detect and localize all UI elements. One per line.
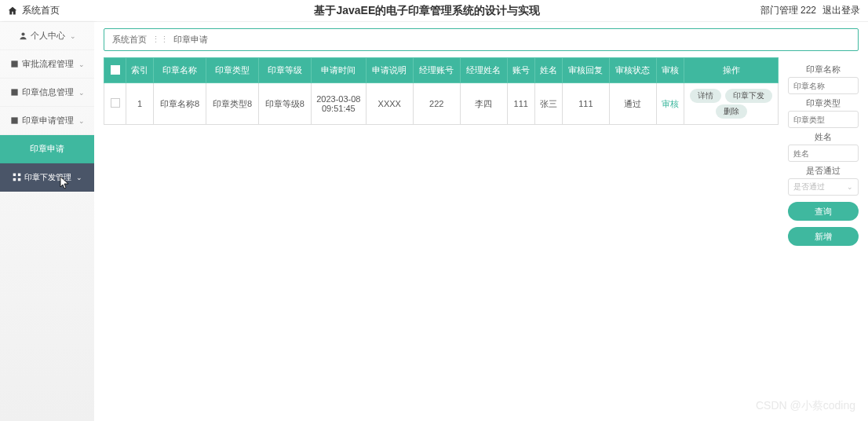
cell-apply-time: 2023-03-08 09:51:45 [311, 83, 366, 125]
svg-rect-4 [13, 174, 15, 176]
col-audit-status: 审核状态 [609, 58, 656, 83]
col-mgr-account: 经理账号 [413, 58, 460, 83]
mouse-cursor [60, 176, 71, 190]
col-checkbox [104, 58, 126, 83]
home-icon [8, 6, 17, 16]
svg-rect-1 [11, 60, 17, 67]
col-seal-level: 印章等级 [258, 58, 311, 83]
col-audit-reply: 审核回复 [562, 58, 609, 83]
detail-button[interactable]: 详情 [690, 89, 721, 103]
cell-name: 张三 [534, 83, 562, 125]
col-ops: 操作 [684, 58, 779, 83]
svg-rect-6 [13, 178, 15, 181]
table-row: 1 印章名称8 印章类型8 印章等级8 2023-03-08 09:51:45 … [104, 83, 779, 125]
chevron-down-icon: ⌄ [847, 183, 853, 191]
cell-seal-level: 印章等级8 [258, 83, 311, 125]
filter-name-input[interactable] [788, 145, 859, 162]
cell-seal-type: 印章类型8 [206, 83, 258, 125]
breadcrumb: 系统首页 ⋮⋮ 印章申请 [104, 28, 859, 51]
svg-rect-5 [17, 174, 20, 176]
svg-rect-2 [11, 89, 17, 95]
data-table-area: 索引 印章名称 印章类型 印章等级 申请时间 申请说明 经理账号 经理姓名 账号… [104, 57, 779, 421]
filter-pass-select[interactable]: 是否通过 ⌄ [788, 178, 859, 196]
page-title: 基于JavaEE的电子印章管理系统的设计与实现 [94, 4, 760, 18]
col-seal-name: 印章名称 [154, 58, 206, 83]
chevron-down-icon: ⌄ [78, 117, 85, 125]
sidebar-item-approval[interactable]: 审批流程管理 ⌄ [0, 50, 94, 79]
col-apply-time: 申请时间 [311, 58, 366, 83]
col-name: 姓名 [534, 58, 562, 83]
breadcrumb-separator: ⋮⋮ [151, 35, 169, 45]
data-table: 索引 印章名称 印章类型 印章等级 申请时间 申请说明 经理账号 经理姓名 账号… [104, 57, 779, 125]
sidebar-item-seal-apply[interactable]: 印章申请管理 ⌄ [0, 107, 94, 135]
sidebar-sub-issue[interactable]: 印章下发管理 ⌄ [0, 163, 94, 192]
home-label: 系统首页 [22, 4, 60, 17]
watermark: CSDN @小蔡coding [756, 399, 855, 413]
chevron-down-icon: ⌄ [70, 32, 76, 40]
filter-seal-name-label: 印章名称 [788, 64, 859, 75]
sidebar: 个人中心 ⌄ 审批流程管理 ⌄ 印章信息管理 ⌄ 印章申请管理 ⌄ 印章申请 印… [0, 22, 94, 421]
cell-mgr-name: 李四 [460, 83, 507, 125]
checkbox-all[interactable] [111, 65, 120, 75]
logout-link[interactable]: 退出登录 [822, 4, 860, 17]
col-seal-type: 印章类型 [206, 58, 258, 83]
filter-seal-name-input[interactable] [788, 77, 859, 94]
svg-point-0 [21, 32, 24, 35]
sidebar-sub-apply[interactable]: 印章申请 [0, 135, 94, 163]
header-home[interactable]: 系统首页 [8, 4, 94, 17]
dept-info[interactable]: 部门管理 222 [760, 4, 816, 17]
filter-pass-label: 是否通过 [788, 165, 859, 177]
chevron-down-icon: ⌄ [78, 89, 85, 97]
add-button[interactable]: 新增 [788, 227, 859, 246]
chevron-down-icon: ⌄ [78, 60, 85, 68]
chevron-down-icon: ⌄ [76, 174, 82, 181]
cell-mgr-account: 222 [413, 83, 460, 125]
svg-rect-7 [17, 178, 20, 181]
col-mgr-name: 经理姓名 [460, 58, 507, 83]
cell-account: 111 [507, 83, 534, 125]
col-audit: 审核 [656, 58, 684, 83]
cell-apply-desc: XXXX [366, 83, 413, 125]
cell-index: 1 [126, 83, 154, 125]
cell-seal-name: 印章名称8 [154, 83, 206, 125]
apply-icon [10, 116, 19, 125]
breadcrumb-root[interactable]: 系统首页 [112, 34, 147, 46]
filter-name-label: 姓名 [788, 131, 859, 143]
cell-ops: 详情 印章下发 删除 [684, 83, 779, 125]
issue-button[interactable]: 印章下发 [725, 89, 772, 103]
filter-seal-type-label: 印章类型 [788, 97, 859, 109]
delete-button[interactable]: 删除 [716, 104, 747, 119]
query-button[interactable]: 查询 [788, 202, 859, 221]
svg-rect-3 [11, 117, 17, 123]
audit-link[interactable]: 审核 [662, 99, 679, 108]
flow-icon [10, 60, 19, 68]
user-icon [19, 31, 27, 40]
filter-seal-type-input[interactable] [788, 111, 859, 128]
sidebar-item-seal-info[interactable]: 印章信息管理 ⌄ [0, 79, 94, 107]
filter-panel: 印章名称 印章类型 姓名 是否通过 是否通过 ⌄ 查询 新增 [788, 57, 859, 421]
col-account: 账号 [507, 58, 534, 83]
col-index: 索引 [126, 58, 154, 83]
breadcrumb-current: 印章申请 [173, 34, 208, 46]
seal-icon [10, 88, 19, 97]
col-apply-desc: 申请说明 [366, 58, 413, 83]
cell-audit-status: 通过 [609, 83, 656, 125]
grid-icon [13, 173, 21, 181]
row-checkbox[interactable] [111, 98, 120, 108]
sidebar-item-personal[interactable]: 个人中心 ⌄ [0, 22, 94, 50]
cell-audit-reply: 111 [562, 83, 609, 125]
